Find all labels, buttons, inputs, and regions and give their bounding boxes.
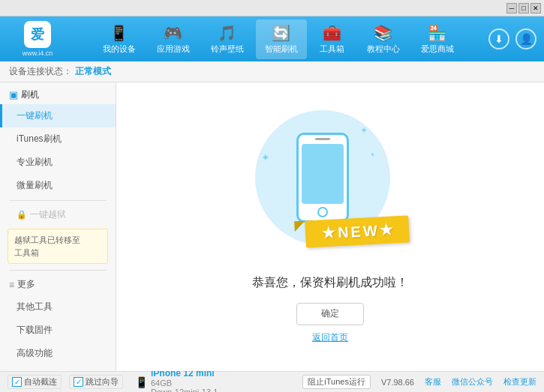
apps-games-label: 应用游戏 — [157, 43, 190, 55]
tutorial-label: 教程中心 — [367, 43, 400, 55]
device-storage: 64GB — [151, 379, 218, 388]
ringtone-icon: 🎵 — [218, 24, 236, 42]
download-firmware-label: 下载固件 — [17, 325, 53, 335]
logo-url: www.i4.cn — [23, 49, 53, 57]
device-details: iPhone 12 mini 64GB Down-12mini-13,1 — [151, 368, 218, 393]
phone-speaker — [299, 135, 347, 141]
skip-wizard-checkbox[interactable]: 跳过向导 — [69, 375, 123, 389]
toolbox-icon: 🧰 — [323, 24, 341, 42]
bottom-left: 自动截连 跳过向导 📱 iPhone 12 mini 64GB Down-12m… — [8, 368, 302, 393]
logo[interactable]: 爱 www.i4.cn — [8, 21, 68, 57]
sidebar-flash-section: ▣ 刷机 — [0, 82, 116, 104]
bottom-right: 阻止iTunes运行 V7.98.66 客服 微信公众号 检查更新 — [302, 375, 536, 389]
jailbreak-label: 一键越狱 — [30, 208, 66, 221]
nav-store[interactable]: 🏪 爱思商城 — [412, 19, 463, 59]
main-layout: ▣ 刷机 一键刷机 iTunes刷机 专业刷机 微量刷机 🔒 一键越狱 越狱工具… — [0, 82, 544, 371]
phone-device-icon: 📱 — [135, 376, 148, 388]
sidebar-item-pro-flash[interactable]: 专业刷机 — [0, 151, 116, 174]
skip-wizard-label: 跳过向导 — [86, 376, 119, 388]
wechat-link[interactable]: 微信公众号 — [452, 376, 493, 388]
device-info: 📱 iPhone 12 mini 64GB Down-12mini-13,1 — [135, 368, 218, 393]
new-text: ★NEW★ — [322, 221, 396, 241]
flash-section-icon: ▣ — [9, 89, 18, 100]
itunes-flash-label: iTunes刷机 — [17, 133, 62, 144]
sidebar-jailbreak-disabled: 🔒 一键越狱 — [0, 204, 116, 226]
nav-smart-flash[interactable]: 🔄 智能刷机 — [256, 19, 307, 59]
support-link[interactable]: 客服 — [425, 376, 441, 388]
star-top-right: ✦ — [360, 125, 368, 136]
smart-flash-icon: 🔄 — [272, 24, 290, 42]
phone-screen — [302, 144, 344, 204]
confirm-button[interactable]: 确定 — [296, 303, 364, 325]
sidebar-item-data-preserve[interactable]: 微量刷机 — [0, 174, 116, 197]
auto-jump-checkbox-box[interactable] — [12, 377, 22, 387]
download-button[interactable]: ⬇ — [488, 28, 509, 49]
status-value: 正常模式 — [75, 65, 111, 78]
other-tools-label: 其他工具 — [17, 301, 53, 312]
auto-jump-label: 自动截连 — [24, 376, 57, 388]
nav-right: ⬇ 👤 — [488, 28, 536, 49]
top-nav: 爱 www.i4.cn 📱 我的设备 🎮 应用游戏 🎵 铃声壁纸 🔄 智能刷机 … — [0, 16, 544, 61]
smart-flash-label: 智能刷机 — [265, 43, 298, 55]
nav-items: 📱 我的设备 🎮 应用游戏 🎵 铃声壁纸 🔄 智能刷机 🧰 工具箱 📚 教程中心… — [68, 19, 488, 59]
star-left: ✦ — [261, 151, 270, 163]
success-message: 恭喜您，保资料刷机成功啦！ — [252, 275, 408, 291]
phone-home-button — [317, 207, 328, 217]
skip-wizard-checkbox-box[interactable] — [74, 377, 83, 387]
lock-icon: 🔒 — [17, 210, 27, 220]
nav-ringtone[interactable]: 🎵 铃声壁纸 — [202, 19, 253, 59]
back-link[interactable]: 返回首页 — [312, 331, 348, 344]
sidebar-item-other-tools[interactable]: 其他工具 — [0, 295, 116, 319]
sidebar-more-section: ≡ 更多 — [0, 274, 116, 295]
my-device-icon: 📱 — [110, 24, 128, 42]
logo-icon: 爱 — [24, 21, 51, 48]
check-update-link[interactable]: 检查更新 — [503, 376, 536, 388]
maximize-button[interactable]: □ — [518, 3, 529, 13]
store-label: 爱思商城 — [421, 43, 454, 55]
toolbox-label: 工具箱 — [320, 43, 344, 55]
sidebar: ▣ 刷机 一键刷机 iTunes刷机 专业刷机 微量刷机 🔒 一键越狱 越狱工具… — [0, 82, 116, 371]
jailbreak-note: 越狱工具已转移至工具箱 — [8, 229, 108, 264]
one-key-flash-label: 一键刷机 — [17, 110, 53, 121]
user-button[interactable]: 👤 — [515, 28, 536, 49]
star-small: ✦ — [370, 151, 375, 158]
apps-games-icon: 🎮 — [164, 24, 182, 42]
sidebar-item-download-firmware[interactable]: 下载固件 — [0, 319, 116, 342]
nav-toolbox[interactable]: 🧰 工具箱 — [310, 19, 355, 59]
minimize-button[interactable]: ─ — [506, 3, 517, 13]
sidebar-item-advanced[interactable]: 高级功能 — [0, 342, 116, 365]
content-area: ✦ ✦ ✦ ★NEW★ — [116, 82, 544, 371]
store-icon: 🏪 — [428, 24, 446, 42]
more-section-title: 更多 — [17, 278, 35, 291]
nav-my-device[interactable]: 📱 我的设备 — [94, 19, 145, 59]
status-label: 设备连接状态： — [9, 65, 72, 78]
device-firmware: Down-12mini-13,1 — [151, 388, 218, 393]
window-controls[interactable]: ─ □ ✕ — [506, 3, 541, 13]
version-label: V7.98.66 — [381, 378, 414, 387]
sidebar-item-itunes-flash[interactable]: iTunes刷机 — [0, 127, 116, 151]
my-device-label: 我的设备 — [103, 43, 136, 55]
tutorial-icon: 📚 — [374, 24, 392, 42]
phone-shape — [296, 133, 349, 223]
sidebar-divider-1 — [9, 200, 107, 201]
sidebar-divider-2 — [9, 270, 107, 271]
more-section-icon: ≡ — [9, 280, 14, 290]
flash-section-title: 刷机 — [21, 88, 39, 101]
nav-tutorial[interactable]: 📚 教程中心 — [358, 19, 409, 59]
new-banner-container: ★NEW★ — [305, 218, 409, 245]
advanced-label: 高级功能 — [17, 348, 53, 358]
auto-jump-checkbox[interactable]: 自动截连 — [8, 375, 62, 389]
title-bar: ─ □ ✕ — [0, 0, 544, 16]
nav-apps-games[interactable]: 🎮 应用游戏 — [148, 19, 199, 59]
data-preserve-label: 微量刷机 — [17, 180, 53, 190]
close-button[interactable]: ✕ — [530, 3, 541, 13]
jailbreak-note-text: 越狱工具已转移至工具箱 — [14, 235, 80, 257]
status-bar: 设备连接状态： 正常模式 — [0, 61, 544, 82]
sidebar-item-one-key-flash[interactable]: 一键刷机 — [0, 104, 116, 127]
new-banner: ★NEW★ — [305, 215, 409, 247]
pro-flash-label: 专业刷机 — [17, 157, 53, 167]
bottom-bar: 自动截连 跳过向导 📱 iPhone 12 mini 64GB Down-12m… — [0, 371, 544, 392]
banner-fold — [294, 220, 305, 232]
stop-itunes-button[interactable]: 阻止iTunes运行 — [302, 375, 371, 389]
ringtone-label: 铃声壁纸 — [211, 43, 244, 55]
